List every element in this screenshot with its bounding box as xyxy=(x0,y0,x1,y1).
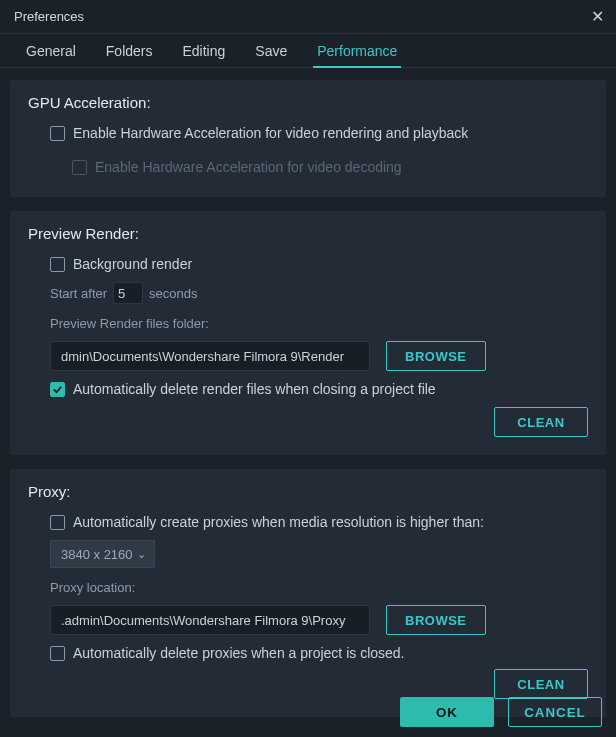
checkbox-auto-delete-proxy[interactable] xyxy=(50,646,65,661)
clean-proxy-button[interactable]: CLEAN xyxy=(494,669,588,699)
proxy-location-label: Proxy location: xyxy=(50,580,135,595)
checkbox-gpu-render[interactable] xyxy=(50,126,65,141)
browse-proxy-button[interactable]: BROWSE xyxy=(386,605,486,635)
background-render-label: Background render xyxy=(73,256,192,272)
start-after-input[interactable] xyxy=(113,282,143,304)
start-after-label: Start after xyxy=(50,286,107,301)
render-folder-label: Preview Render files folder: xyxy=(50,316,209,331)
titlebar: Preferences ✕ xyxy=(0,0,616,34)
preview-title: Preview Render: xyxy=(28,225,588,242)
proxy-title: Proxy: xyxy=(28,483,588,500)
tab-general[interactable]: General xyxy=(22,35,80,67)
tab-bar: General Folders Editing Save Performance xyxy=(0,34,616,68)
footer-buttons: OK CANCEL xyxy=(400,697,602,727)
gpu-section: GPU Acceleration: Enable Hardware Accele… xyxy=(10,80,606,197)
ok-button[interactable]: OK xyxy=(400,697,494,727)
window-title: Preferences xyxy=(14,9,84,24)
checkbox-background-render[interactable] xyxy=(50,257,65,272)
checkbox-gpu-decode xyxy=(72,160,87,175)
preview-section: Preview Render: Background render Start … xyxy=(10,211,606,455)
tab-folders[interactable]: Folders xyxy=(102,35,157,67)
checkbox-auto-create-proxy[interactable] xyxy=(50,515,65,530)
render-folder-input[interactable] xyxy=(50,341,370,371)
clean-render-button[interactable]: CLEAN xyxy=(494,407,588,437)
proxy-section: Proxy: Automatically create proxies when… xyxy=(10,469,606,717)
content-area: GPU Acceleration: Enable Hardware Accele… xyxy=(0,68,616,737)
tab-save[interactable]: Save xyxy=(251,35,291,67)
auto-create-proxy-label: Automatically create proxies when media … xyxy=(73,514,484,530)
cancel-button[interactable]: CANCEL xyxy=(508,697,602,727)
auto-delete-render-label: Automatically delete render files when c… xyxy=(73,381,436,397)
proxy-resolution-value: 3840 x 2160 xyxy=(61,547,133,562)
seconds-label: seconds xyxy=(149,286,197,301)
close-icon[interactable]: ✕ xyxy=(591,7,604,26)
proxy-location-input[interactable] xyxy=(50,605,370,635)
auto-delete-proxy-label: Automatically delete proxies when a proj… xyxy=(73,645,405,661)
tab-performance[interactable]: Performance xyxy=(313,35,401,67)
tab-editing[interactable]: Editing xyxy=(179,35,230,67)
proxy-resolution-select[interactable]: 3840 x 2160 ⌄ xyxy=(50,540,155,568)
chevron-down-icon: ⌄ xyxy=(137,548,146,561)
gpu-title: GPU Acceleration: xyxy=(28,94,588,111)
browse-render-button[interactable]: BROWSE xyxy=(386,341,486,371)
checkbox-auto-delete-render[interactable] xyxy=(50,382,65,397)
gpu-render-label: Enable Hardware Acceleration for video r… xyxy=(73,125,468,141)
gpu-decode-label: Enable Hardware Acceleration for video d… xyxy=(95,159,402,175)
